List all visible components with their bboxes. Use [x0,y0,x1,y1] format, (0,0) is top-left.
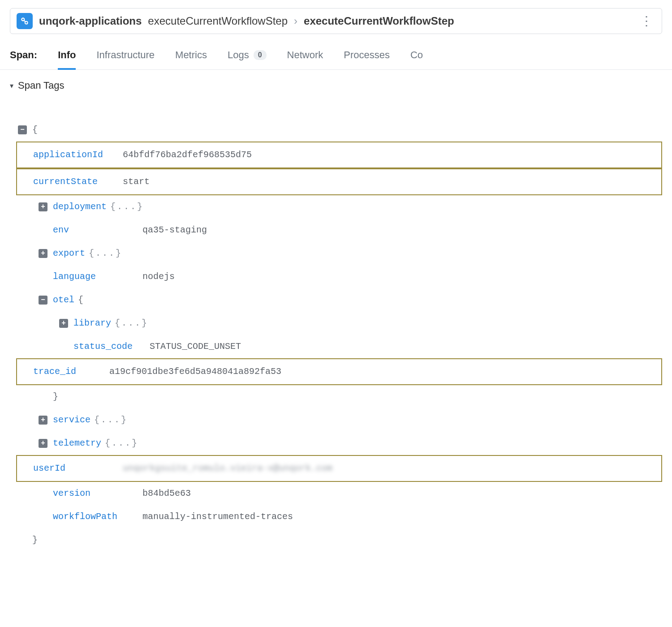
tag-otel-library[interactable]: library {...} [18,312,662,335]
collapse-icon[interactable] [18,125,27,134]
tag-value-redacted: unqorkgsuite_romulo.vieira-x@unqork.com [123,457,332,480]
brace-close: } [53,385,58,408]
service-icon [17,13,33,29]
tag-key: version [53,482,142,505]
tag-value: b84bd5e63 [142,482,191,505]
root-close: } [18,528,662,552]
tag-key: workflowPath [53,505,142,528]
collapsed-object: {...} [94,408,128,432]
tag-key: status_code [73,335,150,358]
expand-icon[interactable] [39,416,47,425]
tag-key: applicationId [33,143,123,167]
tag-language[interactable]: language nodejs [18,265,662,288]
brace-close: } [32,528,38,552]
tab-metrics[interactable]: Metrics [175,49,207,68]
tag-key: deployment [53,195,107,219]
breadcrumb-service[interactable]: unqork-applications [39,15,142,27]
tag-key: service [53,408,90,432]
tag-otel-trace-id[interactable]: trace_id a19cf901dbe3fe6d5a948041a892fa5… [16,358,662,385]
tab-network[interactable]: Network [287,49,323,68]
tab-infrastructure[interactable]: Infrastructure [96,49,155,68]
tag-value: STATUS_CODE_UNSET [150,335,241,358]
span-detail-panel: unqork-applications executeCurrentWorkfl… [0,8,672,565]
tag-service[interactable]: service {...} [18,408,662,432]
breadcrumb-step-1[interactable]: executeCurrentWorkflowStep [148,15,288,27]
tab-info[interactable]: Info [58,49,76,70]
tag-telemetry[interactable]: telemetry {...} [18,432,662,455]
span-tags-header[interactable]: ▾ Span Tags [0,70,672,91]
collapse-icon[interactable] [39,296,47,305]
svg-point-0 [22,18,24,21]
tab-processes[interactable]: Processes [344,49,390,68]
tag-value: start [123,170,150,193]
tag-key: telemetry [53,432,101,455]
tag-version[interactable]: version b84bd5e63 [18,482,662,505]
tag-key: language [53,265,142,288]
chevron-right-icon: › [294,15,297,27]
tag-otel[interactable]: otel { [18,288,662,312]
collapsed-object: {...} [105,432,138,455]
tag-value: a19cf901dbe3fe6d5a948041a892fa53 [109,360,281,383]
tabs-label: Span: [10,49,37,61]
tag-key: currentState [33,170,123,193]
expand-icon[interactable] [39,202,47,211]
tag-value: 64bfdf76ba2dfef968535d75 [123,143,252,167]
otel-close: } [18,385,662,408]
brace-open: { [78,288,83,312]
tag-deployment[interactable]: deployment {...} [18,195,662,219]
tag-key: env [53,219,142,242]
breadcrumb: unqork-applications executeCurrentWorkfl… [10,8,662,34]
tag-currentState[interactable]: currentState start [16,168,662,195]
collapsed-object: {...} [110,195,144,219]
collapsed-object: {...} [89,242,122,265]
tag-key: otel [53,288,74,312]
expand-icon[interactable] [39,439,47,448]
tag-key: userId [33,457,123,480]
root-open: { [18,118,662,142]
tag-otel-status-code[interactable]: status_code STATUS_CODE_UNSET [18,335,662,358]
expand-icon[interactable] [39,249,47,258]
tag-value: qa35-staging [142,219,207,242]
tag-workflowPath[interactable]: workflowPath manually-instrumented-trace… [18,505,662,528]
brace-open: { [32,118,38,142]
tag-value: nodejs [142,265,175,288]
more-menu-icon[interactable]: ⋮ [638,15,655,27]
svg-point-1 [25,21,28,24]
span-tags-tree: { applicationId 64bfdf76ba2dfef968535d75… [0,91,672,565]
tab-logs-label: Logs [228,49,249,61]
tag-export[interactable]: export {...} [18,242,662,265]
tag-env[interactable]: env qa35-staging [18,219,662,242]
span-tabs: Span: Info Infrastructure Metrics Logs 0… [0,34,672,70]
chevron-down-icon: ▾ [10,82,13,90]
tag-key: trace_id [33,360,109,383]
breadcrumb-step-2[interactable]: executeCurrentWorkflowStep [304,15,454,27]
tag-key: library [73,312,111,335]
tag-userId[interactable]: userId unqorkgsuite_romulo.vieira-x@unqo… [16,455,662,482]
tab-code[interactable]: Co [410,49,423,68]
section-title: Span Tags [18,80,65,91]
tag-key: export [53,242,85,265]
expand-icon[interactable] [59,319,68,328]
tag-value: manually-instrumented-traces [142,505,293,528]
tag-applicationId[interactable]: applicationId 64bfdf76ba2dfef968535d75 [16,142,662,168]
logs-count-badge: 0 [254,50,267,60]
collapsed-object: {...} [115,312,148,335]
tab-logs[interactable]: Logs 0 [228,49,267,68]
